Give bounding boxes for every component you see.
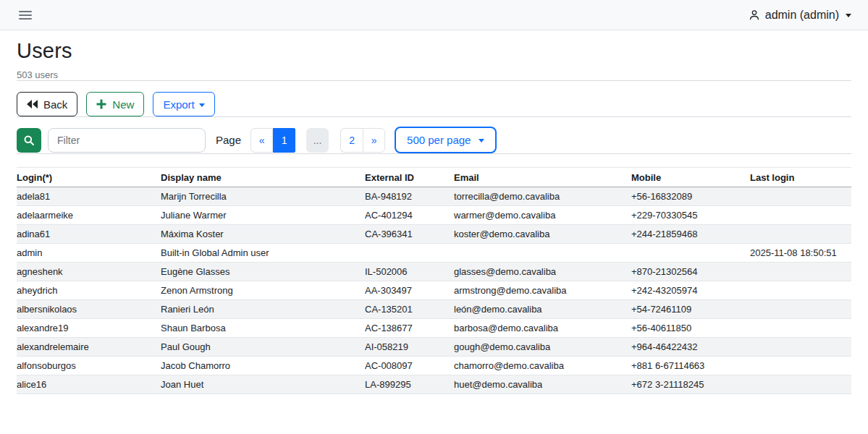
table-cell: +56-40611850 xyxy=(631,319,750,338)
table-cell: alexandrelemaire xyxy=(17,338,161,357)
table-cell: Zenon Armstrong xyxy=(161,281,365,300)
toolbar: Back New Export xyxy=(17,92,851,116)
table-cell: albersnikolaos xyxy=(17,300,161,319)
main-content: Users 503 users Back New Export xyxy=(0,39,868,394)
table-cell xyxy=(750,338,851,357)
table-cell: IL-502006 xyxy=(365,263,454,281)
table-cell: agneshenk xyxy=(17,263,161,281)
table-cell: Máxima Koster xyxy=(161,225,365,244)
menu-hamburger-icon[interactable] xyxy=(17,8,33,22)
table-cell: +54-72461109 xyxy=(631,300,750,319)
user-menu-label: admin (admin) xyxy=(765,9,839,22)
table-row[interactable]: albersnikolaosRanieri LeónCA-135201león@… xyxy=(17,300,851,319)
caret-down-icon xyxy=(479,139,484,142)
pagination-ellipsis: ... xyxy=(306,128,329,153)
user-count: 503 users xyxy=(17,69,851,80)
table-cell xyxy=(750,281,851,300)
table-cell xyxy=(750,225,851,244)
table-cell: +881 6-67114663 xyxy=(631,357,750,375)
table-cell: +672 3-21118245 xyxy=(631,375,750,394)
users-table: Login(*)Display nameExternal IDEmailMobi… xyxy=(17,167,851,394)
table-cell: huet@demo.cavaliba xyxy=(454,375,631,394)
pagination: « 1 ... 2 » xyxy=(250,128,385,153)
table-cell xyxy=(631,244,750,263)
back-button[interactable]: Back xyxy=(17,92,77,116)
column-header: Mobile xyxy=(631,168,750,187)
person-icon xyxy=(749,9,760,21)
column-header: Last login xyxy=(750,168,851,187)
table-row[interactable]: adela81Marijn TorrecillaBA-948192torreci… xyxy=(17,187,851,206)
table-cell: Marijn Torrecilla xyxy=(161,187,365,206)
pagination-next[interactable]: » xyxy=(363,128,385,153)
table-cell: BA-948192 xyxy=(365,187,454,206)
table-cell xyxy=(365,244,454,263)
table-cell: león@demo.cavaliba xyxy=(454,300,631,319)
filter-input[interactable] xyxy=(48,128,206,153)
table-cell: admin xyxy=(17,244,161,263)
table-cell: AC-401294 xyxy=(365,206,454,225)
table-cell xyxy=(750,263,851,281)
user-menu-dropdown[interactable]: admin (admin) xyxy=(749,9,851,22)
table-cell: Built-in Global Admin user xyxy=(161,244,365,263)
table-cell: Juliane Warmer xyxy=(161,206,365,225)
table-row[interactable]: alice16Joan HuetLA-899295huet@demo.caval… xyxy=(17,375,851,394)
column-header: External ID xyxy=(365,168,454,187)
table-cell: AC-008097 xyxy=(365,357,454,375)
search-button[interactable] xyxy=(17,128,41,153)
new-button[interactable]: New xyxy=(86,92,144,116)
chevron-down-icon xyxy=(846,14,851,17)
table-cell: 2025-11-08 18:50:51 xyxy=(750,244,851,263)
table-cell: AI-058219 xyxy=(365,338,454,357)
pagination-page-2[interactable]: 2 xyxy=(340,128,363,153)
table-cell: Joan Huet xyxy=(161,375,365,394)
table-cell: Paul Gough xyxy=(161,338,365,357)
table-cell: adina61 xyxy=(17,225,161,244)
table-cell: gough@demo.cavaliba xyxy=(454,338,631,357)
table-cell xyxy=(750,375,851,394)
table-cell: LA-899295 xyxy=(365,375,454,394)
table-cell: +870-21302564 xyxy=(631,263,750,281)
table-row[interactable]: alexandre19Shaun BarbosaAC-138677barbosa… xyxy=(17,319,851,338)
new-button-label: New xyxy=(112,98,134,111)
table-cell: barbosa@demo.cavaliba xyxy=(454,319,631,338)
pagination-page-1[interactable]: 1 xyxy=(273,128,295,153)
table-cell: AA-303497 xyxy=(365,281,454,300)
table-cell: warmer@demo.cavaliba xyxy=(454,206,631,225)
table-cell: Ranieri León xyxy=(161,300,365,319)
table-cell: +229-70330545 xyxy=(631,206,750,225)
per-page-label: 500 per page xyxy=(407,134,471,146)
table-row[interactable]: aheydrichZenon ArmstrongAA-303497armstro… xyxy=(17,281,851,300)
table-cell: armstrong@demo.cavaliba xyxy=(454,281,631,300)
table-row[interactable]: adminBuilt-in Global Admin user2025-11-0… xyxy=(17,244,851,263)
table-cell: alice16 xyxy=(17,375,161,394)
table-row[interactable]: alfonsoburgosJacob ChamorroAC-008097cham… xyxy=(17,357,851,375)
column-header: Login(*) xyxy=(17,168,161,187)
per-page-dropdown[interactable]: 500 per page xyxy=(395,127,497,153)
table-row[interactable]: adelaarmeikeJuliane WarmerAC-401294warme… xyxy=(17,206,851,225)
table-cell xyxy=(750,300,851,319)
export-button[interactable]: Export xyxy=(153,92,214,116)
table-cell: +964-46422432 xyxy=(631,338,750,357)
back-button-label: Back xyxy=(43,98,67,111)
table-cell xyxy=(454,244,631,263)
rewind-icon xyxy=(27,100,38,109)
table-cell: CA-396341 xyxy=(365,225,454,244)
caret-down-icon xyxy=(199,103,205,107)
filter-bar: Page « 1 ... 2 » 500 per page xyxy=(17,127,851,153)
table-row[interactable]: adina61Máxima KosterCA-396341koster@demo… xyxy=(17,225,851,244)
column-header: Display name xyxy=(161,168,365,187)
divider xyxy=(17,80,851,81)
table-cell: +242-43205974 xyxy=(631,281,750,300)
table-cell xyxy=(750,357,851,375)
table-row[interactable]: alexandrelemairePaul GoughAI-058219gough… xyxy=(17,338,851,357)
column-header: Email xyxy=(454,168,631,187)
plus-icon xyxy=(96,99,106,109)
table-cell: koster@demo.cavaliba xyxy=(454,225,631,244)
top-navbar: admin (admin) xyxy=(0,0,868,30)
table-row[interactable]: agneshenkEugène GlassesIL-502006glasses@… xyxy=(17,263,851,281)
table-cell: alfonsoburgos xyxy=(17,357,161,375)
table-cell xyxy=(750,319,851,338)
table-cell: torrecilla@demo.cavaliba xyxy=(454,187,631,206)
pagination-prev[interactable]: « xyxy=(250,128,273,153)
table-cell: adela81 xyxy=(17,187,161,206)
